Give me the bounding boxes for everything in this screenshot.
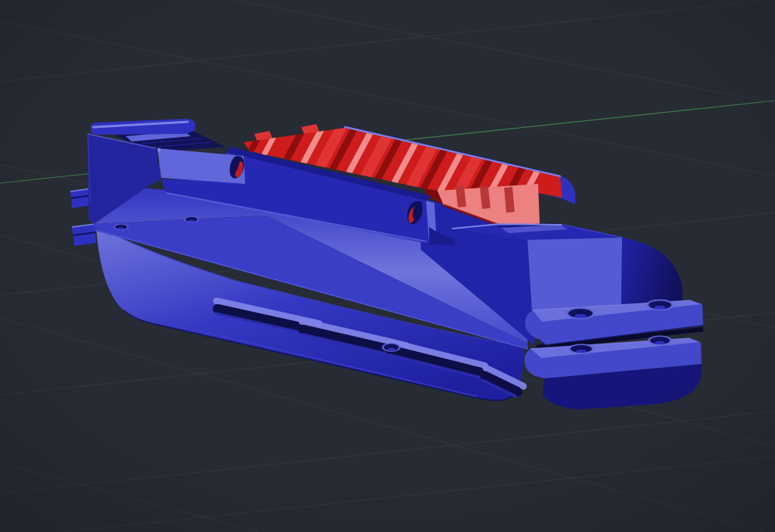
viewport-vignette (0, 0, 775, 532)
cad-viewport[interactable] (0, 0, 775, 532)
cad-3d-canvas[interactable] (0, 0, 775, 532)
